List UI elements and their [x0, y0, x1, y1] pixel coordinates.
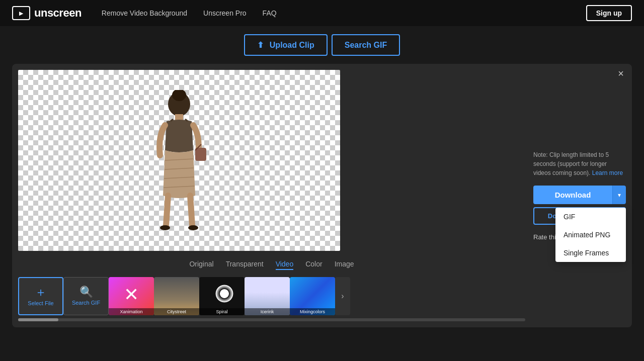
thumb-label-xanimation: Xanimation	[109, 308, 154, 315]
svg-point-11	[160, 225, 170, 230]
tab-original[interactable]: Original	[189, 259, 213, 270]
main-panel: Original Transparent Video Color Image ＋…	[12, 64, 632, 327]
nav-faq[interactable]: FAQ	[263, 9, 277, 17]
nav-pro[interactable]: Unscreen Pro	[203, 9, 247, 17]
thumb-icerink[interactable]: Icerink	[245, 277, 290, 315]
close-button[interactable]: ×	[618, 68, 624, 79]
signup-button[interactable]: Sign up	[586, 5, 632, 21]
note-text: Note: Clip length limited to 5 seconds (…	[533, 150, 626, 177]
logo-icon	[12, 6, 30, 20]
search-gif-thumb-button[interactable]: 🔍 Search GIF	[63, 277, 109, 315]
controls-section: × Note: Clip length limited to 5 seconds…	[525, 70, 626, 321]
thumb-label-icerink: Icerink	[245, 308, 290, 315]
download-group: Download ▾ GIF Animated PNG Single Frame…	[533, 186, 626, 204]
upload-clip-button[interactable]: Upload Clip	[244, 34, 328, 56]
search-gif-top-button[interactable]: Search GIF	[332, 34, 400, 56]
search-gif-thumb-label: Search GIF	[72, 300, 100, 306]
learn-more-link[interactable]: Learn more	[592, 169, 623, 176]
preview-section: Original Transparent Video Color Image ＋…	[18, 70, 525, 321]
logo[interactable]: unscreen	[12, 6, 82, 20]
thumb-label-mixingcolors: Mixingcolors	[290, 308, 335, 315]
thumb-label-citystreet: Citystreet	[154, 308, 199, 315]
thumb-label-spiral: Spiral	[199, 308, 245, 315]
scroll-thumb	[18, 318, 58, 321]
main-content: Upload Clip Search GIF	[0, 26, 644, 335]
tabs: Original Transparent Video Color Image	[18, 256, 525, 273]
download-dropdown: GIF Animated PNG Single Frames	[555, 208, 626, 262]
svg-point-12	[188, 225, 198, 230]
select-file-label: Select File	[28, 300, 53, 306]
plus-icon: ＋	[35, 286, 47, 298]
dropdown-gif[interactable]: GIF	[555, 208, 626, 226]
select-file-button[interactable]: ＋ Select File	[18, 277, 63, 315]
nav-remove-bg[interactable]: Remove Video Background	[102, 9, 187, 17]
person-silhouette	[139, 90, 219, 241]
download-arrow-button[interactable]: ▾	[612, 186, 626, 204]
thumbnails-row: ＋ Select File 🔍 Search GIF Xanimation Ci…	[18, 277, 525, 315]
thumb-spiral[interactable]: Spiral	[199, 277, 245, 315]
thumb-xanimation[interactable]: Xanimation	[109, 277, 154, 315]
dropdown-apng[interactable]: Animated PNG	[555, 226, 626, 244]
search-icon: 🔍	[79, 287, 93, 298]
tab-video[interactable]: Video	[276, 259, 294, 270]
nav-links: Remove Video Background Unscreen Pro FAQ	[102, 9, 277, 17]
upload-label: Upload Clip	[270, 41, 314, 50]
tab-transparent[interactable]: Transparent	[226, 259, 264, 270]
thumb-mixingcolors[interactable]: Mixingcolors	[290, 277, 335, 315]
download-button[interactable]: Download	[533, 186, 612, 204]
dropdown-frames[interactable]: Single Frames	[555, 244, 626, 262]
logo-text: unscreen	[34, 7, 82, 20]
tab-color[interactable]: Color	[305, 259, 322, 270]
svg-rect-5	[195, 148, 206, 161]
video-preview	[18, 70, 340, 251]
thumbnails-next-button[interactable]: ›	[335, 277, 350, 315]
tab-image[interactable]: Image	[335, 259, 354, 270]
top-buttons: Upload Clip Search GIF	[12, 34, 632, 56]
scroll-track[interactable]	[18, 318, 525, 321]
thumb-citystreet[interactable]: Citystreet	[154, 277, 199, 315]
navbar: unscreen Remove Video Background Unscree…	[0, 0, 644, 26]
upload-icon	[257, 40, 266, 50]
